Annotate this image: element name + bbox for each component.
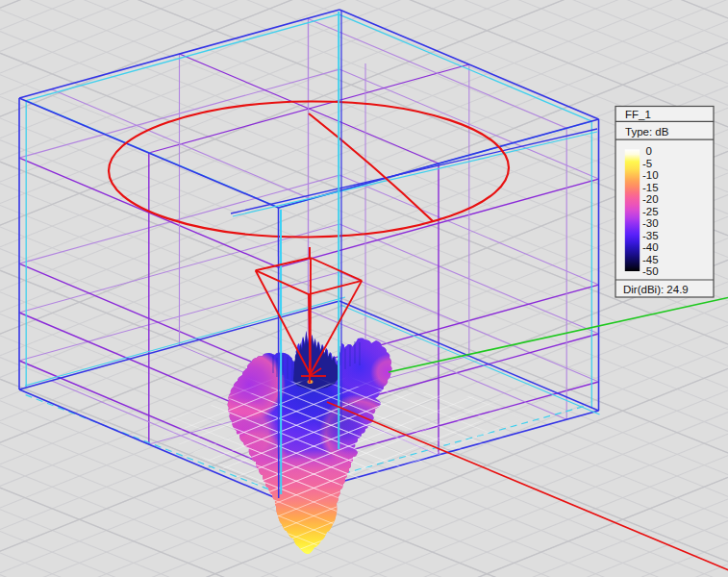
svg-text:-25: -25 — [642, 206, 659, 217]
svg-text:-40: -40 — [642, 241, 659, 253]
svg-text:-30: -30 — [642, 217, 659, 229]
svg-text:-50: -50 — [642, 265, 659, 277]
svg-text:-45: -45 — [642, 254, 659, 265]
svg-text:-10: -10 — [642, 169, 659, 181]
svg-text:-5: -5 — [642, 158, 652, 169]
svg-text:-35: -35 — [642, 230, 659, 241]
svg-text:-15: -15 — [642, 182, 659, 193]
svg-text:FF_1: FF_1 — [625, 109, 651, 120]
svg-text:-20: -20 — [642, 193, 659, 205]
svg-text:Dir(dBi): 24.9: Dir(dBi): 24.9 — [623, 284, 689, 295]
svg-text:Type: dB: Type: dB — [625, 126, 669, 138]
svg-text:0: 0 — [646, 145, 652, 157]
